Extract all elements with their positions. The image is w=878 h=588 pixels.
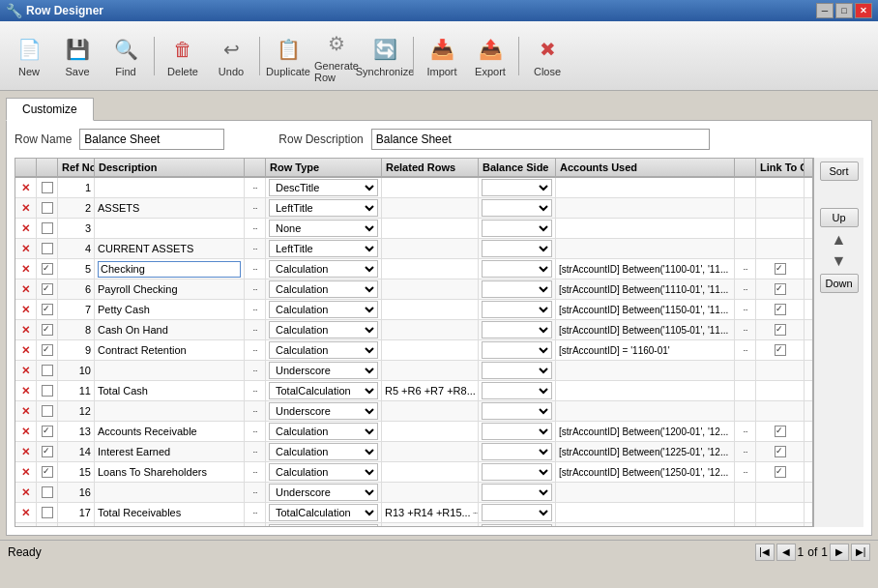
description-cell[interactable]: Total Receivables bbox=[95, 503, 245, 522]
balside-cell[interactable] bbox=[479, 361, 556, 380]
rowtype-select[interactable]: Calculation bbox=[269, 341, 378, 359]
handle-cell[interactable]: ··· bbox=[245, 239, 266, 258]
balside-cell[interactable] bbox=[479, 340, 556, 360]
rowtype-cell[interactable]: Calculation bbox=[266, 320, 382, 339]
accts-btn-cell[interactable]: ··· bbox=[735, 300, 756, 319]
balside-select[interactable] bbox=[482, 463, 552, 481]
balside-select[interactable] bbox=[482, 423, 552, 440]
relrows-cell[interactable] bbox=[382, 462, 479, 482]
rowtype-select[interactable]: TotalCalculation bbox=[269, 504, 378, 521]
rowtype-cell[interactable]: LeftTitle bbox=[266, 239, 382, 258]
accounts-btn-icon[interactable]: ··· bbox=[743, 264, 747, 274]
rowtype-cell[interactable]: TotalCalculation bbox=[266, 381, 382, 400]
handle-cell[interactable]: ··· bbox=[245, 523, 266, 526]
rowtype-select[interactable]: DescTitle bbox=[269, 179, 378, 196]
row-checkbox[interactable] bbox=[42, 365, 53, 376]
link-cell[interactable] bbox=[756, 300, 805, 319]
accounts-btn-icon[interactable]: ··· bbox=[743, 305, 747, 314]
balside-cell[interactable] bbox=[479, 178, 556, 197]
row-checkbox[interactable] bbox=[42, 304, 53, 315]
accts-btn-cell[interactable]: ··· bbox=[735, 259, 756, 279]
accts-btn-cell[interactable] bbox=[735, 483, 756, 502]
balside-cell[interactable] bbox=[479, 503, 556, 522]
rowtype-select[interactable]: Underscore bbox=[269, 524, 378, 526]
synchronize-button[interactable]: 🔄 Synchronize bbox=[362, 31, 408, 80]
rowtype-select[interactable]: None bbox=[269, 220, 378, 237]
row-delete-icon[interactable]: ✕ bbox=[21, 365, 30, 377]
import-button[interactable]: 📥 Import bbox=[419, 31, 465, 80]
handle-icon[interactable]: ··· bbox=[252, 305, 257, 314]
check-cell[interactable] bbox=[37, 320, 58, 339]
balside-cell[interactable] bbox=[479, 381, 556, 400]
balside-cell[interactable] bbox=[479, 401, 556, 421]
find-button[interactable]: 🔍 Find bbox=[102, 31, 149, 80]
rowtype-cell[interactable]: LeftTitle bbox=[266, 198, 382, 218]
relrows-cell[interactable] bbox=[382, 320, 479, 339]
handle-cell[interactable]: ··· bbox=[245, 442, 266, 461]
check-cell[interactable] bbox=[37, 300, 58, 319]
rowtype-select[interactable]: Calculation bbox=[269, 443, 378, 460]
rowtype-select[interactable]: Underscore bbox=[269, 362, 378, 379]
check-cell[interactable] bbox=[37, 361, 58, 380]
row-checkbox[interactable] bbox=[42, 426, 53, 437]
description-cell[interactable]: Contract Retention bbox=[95, 340, 245, 360]
check-cell[interactable] bbox=[37, 239, 58, 258]
save-button[interactable]: 💾 Save bbox=[54, 31, 101, 80]
rowtype-cell[interactable]: DescTitle bbox=[266, 178, 382, 197]
rowtype-cell[interactable]: Underscore bbox=[266, 401, 382, 421]
link-cell[interactable] bbox=[756, 381, 805, 400]
handle-icon[interactable]: ··· bbox=[252, 406, 257, 416]
link-cell[interactable] bbox=[756, 279, 805, 299]
accounts-btn-icon[interactable]: ··· bbox=[743, 345, 747, 355]
description-cell[interactable] bbox=[95, 178, 245, 197]
handle-cell[interactable]: ··· bbox=[245, 401, 266, 421]
rowtype-cell[interactable]: Calculation bbox=[266, 279, 382, 299]
balside-cell[interactable] bbox=[479, 320, 556, 339]
check-cell[interactable] bbox=[37, 340, 58, 360]
link-checkbox[interactable] bbox=[775, 304, 786, 315]
relrows-cell[interactable] bbox=[382, 361, 479, 380]
row-delete-icon[interactable]: ✕ bbox=[21, 304, 30, 316]
balside-cell[interactable] bbox=[479, 259, 556, 279]
row-delete-icon[interactable]: ✕ bbox=[21, 222, 30, 235]
handle-cell[interactable]: ··· bbox=[245, 178, 266, 197]
accts-btn-cell[interactable]: ··· bbox=[735, 442, 756, 461]
description-cell[interactable]: Interest Earned bbox=[95, 442, 245, 461]
balside-select[interactable] bbox=[482, 524, 552, 526]
handle-icon[interactable]: ··· bbox=[252, 467, 257, 477]
description-cell[interactable] bbox=[95, 401, 245, 421]
description-cell[interactable]: Loans To Shareholders bbox=[95, 462, 245, 482]
relrows-btn[interactable]: ··· bbox=[473, 508, 478, 517]
row-checkbox[interactable] bbox=[42, 507, 53, 518]
row-delete-icon[interactable]: ✕ bbox=[21, 324, 30, 337]
handle-icon[interactable]: ··· bbox=[252, 386, 257, 396]
description-cell[interactable]: Total Cash bbox=[95, 381, 245, 400]
handle-cell[interactable]: ··· bbox=[245, 340, 266, 360]
rowtype-select[interactable]: Calculation bbox=[269, 423, 378, 440]
row-checkbox[interactable] bbox=[42, 182, 53, 193]
description-input[interactable] bbox=[98, 261, 241, 278]
link-checkbox[interactable] bbox=[775, 466, 786, 478]
handle-cell[interactable]: ··· bbox=[245, 279, 266, 299]
check-cell[interactable] bbox=[37, 259, 58, 279]
check-cell[interactable] bbox=[37, 178, 58, 197]
row-delete-icon[interactable]: ✕ bbox=[21, 243, 30, 255]
handle-cell[interactable]: ··· bbox=[245, 483, 266, 502]
row-delete-icon[interactable]: ✕ bbox=[21, 385, 30, 397]
balside-select[interactable] bbox=[482, 362, 552, 379]
rowtype-select[interactable]: Calculation bbox=[269, 301, 378, 318]
rowtype-select[interactable]: LeftTitle bbox=[269, 199, 378, 217]
accts-btn-cell[interactable] bbox=[735, 401, 756, 421]
link-checkbox[interactable] bbox=[775, 446, 786, 457]
handle-cell[interactable]: ··· bbox=[245, 300, 266, 319]
row-delete-icon[interactable]: ✕ bbox=[21, 202, 30, 215]
link-cell[interactable] bbox=[756, 320, 805, 339]
balside-cell[interactable] bbox=[479, 198, 556, 218]
balside-select[interactable] bbox=[482, 321, 552, 338]
duplicate-button[interactable]: 📋 Duplicate bbox=[265, 31, 311, 80]
handle-icon[interactable]: ··· bbox=[252, 264, 257, 274]
minimize-button[interactable]: ─ bbox=[816, 3, 834, 18]
row-checkbox[interactable] bbox=[42, 243, 53, 254]
accts-btn-cell[interactable] bbox=[735, 239, 756, 258]
row-checkbox[interactable] bbox=[42, 466, 53, 478]
